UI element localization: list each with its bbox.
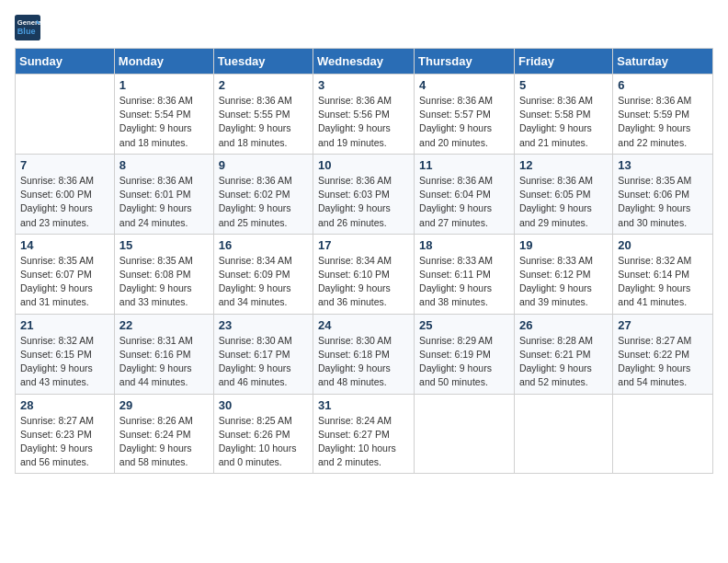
day-info: Sunrise: 8:35 AM Sunset: 6:06 PM Dayligh… (618, 174, 708, 230)
calendar-cell: 8Sunrise: 8:36 AM Sunset: 6:01 PM Daylig… (114, 154, 213, 234)
calendar-cell: 12Sunrise: 8:36 AM Sunset: 6:05 PM Dayli… (514, 154, 612, 234)
calendar-cell: 6Sunrise: 8:36 AM Sunset: 5:59 PM Daylig… (613, 75, 713, 155)
day-number: 2 (219, 78, 308, 92)
day-info: Sunrise: 8:35 AM Sunset: 6:08 PM Dayligh… (119, 254, 209, 310)
calendar-cell (415, 394, 515, 474)
calendar-cell: 4Sunrise: 8:36 AM Sunset: 5:57 PM Daylig… (415, 75, 515, 155)
calendar-cell: 22Sunrise: 8:31 AM Sunset: 6:16 PM Dayli… (114, 314, 213, 394)
col-header-monday: Monday (114, 49, 213, 75)
day-info: Sunrise: 8:36 AM Sunset: 5:59 PM Dayligh… (618, 94, 708, 150)
calendar-cell: 19Sunrise: 8:33 AM Sunset: 6:12 PM Dayli… (514, 234, 612, 314)
calendar-cell: 25Sunrise: 8:29 AM Sunset: 6:19 PM Dayli… (415, 314, 515, 394)
day-number: 10 (318, 158, 409, 172)
calendar-header: SundayMondayTuesdayWednesdayThursdayFrid… (16, 49, 713, 75)
day-number: 12 (519, 158, 608, 172)
day-number: 11 (419, 158, 509, 172)
day-number: 1 (119, 78, 209, 92)
day-number: 8 (119, 158, 209, 172)
calendar-cell: 26Sunrise: 8:28 AM Sunset: 6:21 PM Dayli… (514, 314, 612, 394)
day-info: Sunrise: 8:27 AM Sunset: 6:22 PM Dayligh… (618, 334, 708, 390)
calendar-table: SundayMondayTuesdayWednesdayThursdayFrid… (15, 48, 713, 474)
day-number: 20 (618, 238, 708, 252)
col-header-tuesday: Tuesday (213, 49, 313, 75)
day-number: 6 (618, 78, 708, 92)
day-info: Sunrise: 8:36 AM Sunset: 6:03 PM Dayligh… (318, 174, 409, 230)
day-number: 21 (20, 318, 109, 332)
day-info: Sunrise: 8:36 AM Sunset: 6:04 PM Dayligh… (419, 174, 509, 230)
calendar-cell: 17Sunrise: 8:34 AM Sunset: 6:10 PM Dayli… (313, 234, 415, 314)
day-number: 29 (119, 398, 209, 412)
day-number: 3 (318, 78, 409, 92)
day-number: 9 (219, 158, 308, 172)
day-info: Sunrise: 8:28 AM Sunset: 6:21 PM Dayligh… (519, 334, 608, 390)
day-info: Sunrise: 8:36 AM Sunset: 6:01 PM Dayligh… (119, 174, 209, 230)
calendar-cell: 21Sunrise: 8:32 AM Sunset: 6:15 PM Dayli… (16, 314, 115, 394)
svg-text:Blue: Blue (17, 27, 36, 36)
day-info: Sunrise: 8:36 AM Sunset: 5:58 PM Dayligh… (519, 94, 608, 150)
col-header-sunday: Sunday (16, 49, 115, 75)
day-number: 31 (318, 398, 409, 412)
calendar-cell: 24Sunrise: 8:30 AM Sunset: 6:18 PM Dayli… (313, 314, 415, 394)
calendar-cell: 30Sunrise: 8:25 AM Sunset: 6:26 PM Dayli… (213, 394, 313, 474)
calendar-cell: 10Sunrise: 8:36 AM Sunset: 6:03 PM Dayli… (313, 154, 415, 234)
day-info: Sunrise: 8:29 AM Sunset: 6:19 PM Dayligh… (419, 334, 509, 390)
col-header-saturday: Saturday (613, 49, 713, 75)
calendar-cell: 13Sunrise: 8:35 AM Sunset: 6:06 PM Dayli… (613, 154, 713, 234)
day-number: 23 (219, 318, 308, 332)
day-info: Sunrise: 8:26 AM Sunset: 6:24 PM Dayligh… (119, 414, 209, 470)
day-info: Sunrise: 8:32 AM Sunset: 6:15 PM Dayligh… (20, 334, 109, 390)
col-header-friday: Friday (514, 49, 612, 75)
calendar-week-4: 21Sunrise: 8:32 AM Sunset: 6:15 PM Dayli… (16, 314, 713, 394)
day-number: 28 (20, 398, 109, 412)
day-number: 14 (20, 238, 109, 252)
day-number: 22 (119, 318, 209, 332)
day-info: Sunrise: 8:32 AM Sunset: 6:14 PM Dayligh… (618, 254, 708, 310)
day-info: Sunrise: 8:36 AM Sunset: 5:54 PM Dayligh… (119, 94, 209, 150)
calendar-cell: 20Sunrise: 8:32 AM Sunset: 6:14 PM Dayli… (613, 234, 713, 314)
calendar-week-3: 14Sunrise: 8:35 AM Sunset: 6:07 PM Dayli… (16, 234, 713, 314)
calendar-cell (613, 394, 713, 474)
calendar-cell: 31Sunrise: 8:24 AM Sunset: 6:27 PM Dayli… (313, 394, 415, 474)
calendar-week-5: 28Sunrise: 8:27 AM Sunset: 6:23 PM Dayli… (16, 394, 713, 474)
day-info: Sunrise: 8:35 AM Sunset: 6:07 PM Dayligh… (20, 254, 109, 310)
calendar-cell: 9Sunrise: 8:36 AM Sunset: 6:02 PM Daylig… (213, 154, 313, 234)
calendar-cell: 28Sunrise: 8:27 AM Sunset: 6:23 PM Dayli… (16, 394, 115, 474)
calendar-cell: 2Sunrise: 8:36 AM Sunset: 5:55 PM Daylig… (213, 75, 313, 155)
day-number: 26 (519, 318, 608, 332)
day-number: 30 (219, 398, 308, 412)
calendar-cell: 11Sunrise: 8:36 AM Sunset: 6:04 PM Dayli… (415, 154, 515, 234)
calendar-cell: 14Sunrise: 8:35 AM Sunset: 6:07 PM Dayli… (16, 234, 115, 314)
day-number: 27 (618, 318, 708, 332)
logo: General Blue (15, 15, 42, 40)
calendar-cell: 16Sunrise: 8:34 AM Sunset: 6:09 PM Dayli… (213, 234, 313, 314)
day-number: 4 (419, 78, 509, 92)
day-info: Sunrise: 8:24 AM Sunset: 6:27 PM Dayligh… (318, 414, 409, 470)
day-number: 5 (519, 78, 608, 92)
day-number: 15 (119, 238, 209, 252)
page-header: General Blue (15, 15, 713, 40)
calendar-cell (514, 394, 612, 474)
day-number: 7 (20, 158, 109, 172)
col-header-wednesday: Wednesday (313, 49, 415, 75)
calendar-cell: 7Sunrise: 8:36 AM Sunset: 6:00 PM Daylig… (16, 154, 115, 234)
calendar-cell: 18Sunrise: 8:33 AM Sunset: 6:11 PM Dayli… (415, 234, 515, 314)
day-info: Sunrise: 8:36 AM Sunset: 5:57 PM Dayligh… (419, 94, 509, 150)
day-number: 24 (318, 318, 409, 332)
day-info: Sunrise: 8:30 AM Sunset: 6:18 PM Dayligh… (318, 334, 409, 390)
day-info: Sunrise: 8:33 AM Sunset: 6:12 PM Dayligh… (519, 254, 608, 310)
day-info: Sunrise: 8:36 AM Sunset: 6:02 PM Dayligh… (219, 174, 308, 230)
day-info: Sunrise: 8:36 AM Sunset: 6:00 PM Dayligh… (20, 174, 109, 230)
day-info: Sunrise: 8:34 AM Sunset: 6:09 PM Dayligh… (219, 254, 308, 310)
day-info: Sunrise: 8:25 AM Sunset: 6:26 PM Dayligh… (219, 414, 308, 470)
day-info: Sunrise: 8:36 AM Sunset: 6:05 PM Dayligh… (519, 174, 608, 230)
calendar-cell: 29Sunrise: 8:26 AM Sunset: 6:24 PM Dayli… (114, 394, 213, 474)
day-info: Sunrise: 8:30 AM Sunset: 6:17 PM Dayligh… (219, 334, 308, 390)
calendar-cell: 15Sunrise: 8:35 AM Sunset: 6:08 PM Dayli… (114, 234, 213, 314)
calendar-cell (16, 75, 115, 155)
day-info: Sunrise: 8:27 AM Sunset: 6:23 PM Dayligh… (20, 414, 109, 470)
day-info: Sunrise: 8:34 AM Sunset: 6:10 PM Dayligh… (318, 254, 409, 310)
calendar-cell: 3Sunrise: 8:36 AM Sunset: 5:56 PM Daylig… (313, 75, 415, 155)
day-number: 16 (219, 238, 308, 252)
day-number: 18 (419, 238, 509, 252)
calendar-cell: 1Sunrise: 8:36 AM Sunset: 5:54 PM Daylig… (114, 75, 213, 155)
